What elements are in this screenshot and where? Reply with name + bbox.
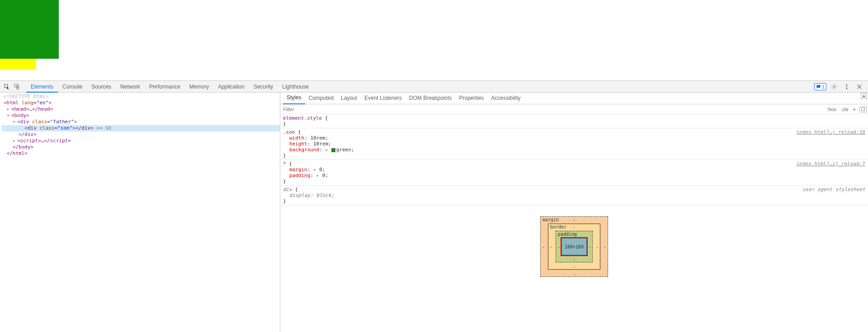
issues-count: 1 [822,84,825,89]
styles-sub-tabs: Styles Computed Layout Event Listeners D… [280,93,868,104]
bm-content-size: 160×160 [565,244,584,249]
tab-console[interactable]: Console [58,81,87,93]
color-swatch-icon[interactable] [331,148,335,152]
subtab-dom-breakpoints[interactable]: DOM Breakpoints [406,93,456,104]
box-model-diagram: margin - - - - border - - - - padding [280,206,868,288]
tab-performance[interactable]: Performance [145,81,185,93]
dom-father-close[interactable]: </div> [19,131,37,137]
device-toggle-icon[interactable] [12,82,22,92]
rule-son[interactable]: index.html?…j_reload:18 .son { width: 10… [280,128,868,160]
rule-element-style[interactable]: element.style { } [280,114,868,128]
toggle-computed-sidebar-icon[interactable] [859,106,867,112]
tab-network[interactable]: Network [116,81,145,93]
inspect-icon[interactable] [2,82,12,92]
dom-body-close[interactable]: </body> [13,144,33,150]
hov-toggle[interactable]: :hov [825,107,839,112]
scroll-up-icon[interactable]: ▲ [861,93,867,99]
tab-application[interactable]: Application [213,81,249,93]
issues-badge[interactable]: 1 [814,83,826,90]
tab-lighthouse[interactable]: Lighthouse [278,81,313,93]
page-viewport [0,0,868,80]
yellow-highlight [0,59,36,70]
tab-elements[interactable]: Elements [26,81,58,93]
svg-point-4 [846,86,847,87]
new-style-rule-icon[interactable]: + [851,107,858,112]
tab-security[interactable]: Security [249,81,278,93]
devtools-split: <!DOCTYPE html> <html lang="en"> ▸<head>… [0,93,868,332]
svg-point-2 [833,86,835,88]
dom-body-open[interactable]: <body> [11,112,29,118]
cls-toggle[interactable]: .cls [839,107,851,112]
svg-point-3 [846,84,847,85]
bm-margin[interactable]: margin - - - - border - - - - padding [540,216,608,277]
subtab-accessibility[interactable]: Accessibility [487,93,524,104]
tab-sources[interactable]: Sources [87,81,116,93]
styles-filter-input[interactable] [280,107,825,112]
subtab-layout[interactable]: Layout [337,93,361,104]
rule-source-link[interactable]: index.html?…ij_reload:7 [797,161,865,167]
tab-memory[interactable]: Memory [185,81,213,93]
rule-source-link[interactable]: index.html?…j_reload:18 [797,129,865,135]
dom-doctype[interactable]: <!DOCTYPE html> [4,94,48,99]
gear-icon[interactable] [829,82,839,92]
dom-html-close[interactable]: </html> [7,150,28,156]
subtab-event-listeners[interactable]: Event Listeners [361,93,406,104]
kebab-icon[interactable] [842,82,852,92]
ua-stylesheet-label: user agent stylesheet [802,187,865,192]
subtab-computed[interactable]: Computed [305,93,337,104]
style-rules: element.style { } index.html?…j_reload:1… [280,114,868,206]
devtools-tabs: Elements Console Sources Network Perform… [26,81,313,93]
close-icon[interactable] [854,82,864,92]
subtab-properties[interactable]: Properties [456,93,488,104]
devtools-toolbar: Elements Console Sources Network Perform… [0,81,868,93]
rendered-son-div [0,0,59,59]
styles-pane: Styles Computed Layout Event Listeners D… [280,93,868,332]
dom-father-open[interactable]: <div class="father"> [17,119,77,125]
bm-padding[interactable]: padding - - - - 160×160 [556,231,593,262]
toolbar-right: 1 [814,82,866,92]
devtools-panel: Elements Console Sources Network Perform… [0,80,868,332]
rule-div-ua[interactable]: user agent stylesheet div { display: blo… [280,186,868,206]
bm-border[interactable]: border - - - - padding - - - - [548,224,600,270]
dom-head[interactable]: <head> [11,106,29,112]
dom-script[interactable]: <script> [17,138,41,144]
svg-point-5 [846,88,847,89]
dom-selected-line[interactable]: <div class="son"></div> == $0 [2,125,280,131]
subtab-styles[interactable]: Styles [283,92,305,104]
elements-tree[interactable]: <!DOCTYPE html> <html lang="en"> ▸<head>… [0,93,280,332]
rule-universal[interactable]: index.html?…ij_reload:7 * { margin: ▸ 0;… [280,160,868,186]
bm-content[interactable]: 160×160 [561,237,588,256]
styles-filter-row: :hov .cls + ▲ [280,104,868,114]
dom-html-open[interactable]: <html lang="en"> [4,100,52,106]
